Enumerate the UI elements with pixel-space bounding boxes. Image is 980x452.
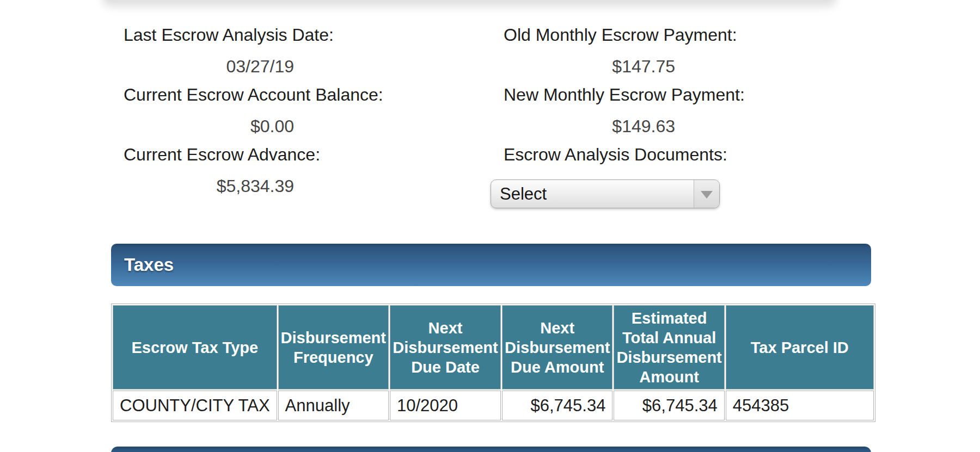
- cell-next-disbursement-due-date: 10/2020: [390, 391, 501, 420]
- taxes-table-header-row: Escrow Tax Type Disbursement Frequency N…: [113, 305, 874, 389]
- next-section-header-partial: [111, 447, 871, 452]
- col-header-next-disbursement-due-date: Next Disbursement Due Date: [390, 305, 501, 389]
- table-row: COUNTY/CITY TAX Annually 10/2020 $6,745.…: [113, 391, 874, 420]
- cell-escrow-tax-type: COUNTY/CITY TAX: [113, 391, 277, 420]
- taxes-table: Escrow Tax Type Disbursement Frequency N…: [111, 304, 875, 422]
- col-header-next-disbursement-due-amount: Next Disbursement Due Amount: [502, 305, 612, 389]
- previous-section-shadow: [102, 0, 836, 7]
- chevron-down-icon: [694, 180, 719, 208]
- col-header-escrow-tax-type: Escrow Tax Type: [113, 305, 277, 389]
- cell-next-disbursement-due-amount: $6,745.34: [502, 391, 612, 420]
- escrow-analysis-documents-select[interactable]: Select: [491, 179, 720, 208]
- current-escrow-advance-label: Current Escrow Advance:: [124, 144, 483, 165]
- escrow-details-page: Last Escrow Analysis Date: 03/27/19 Curr…: [0, 0, 980, 452]
- new-monthly-escrow-payment-value: $149.63: [504, 116, 675, 137]
- current-escrow-account-balance-label: Current Escrow Account Balance:: [124, 84, 483, 105]
- cell-tax-parcel-id: 454385: [726, 391, 874, 420]
- col-header-disbursement-frequency: Disbursement Frequency: [278, 305, 389, 389]
- col-header-tax-parcel-id: Tax Parcel ID: [726, 305, 874, 389]
- taxes-section-header: Taxes: [111, 244, 871, 286]
- last-escrow-analysis-date-label: Last Escrow Analysis Date:: [124, 24, 483, 45]
- cell-disbursement-frequency: Annually: [278, 391, 389, 420]
- old-monthly-escrow-payment-value: $147.75: [504, 56, 675, 77]
- current-escrow-advance-value: $5,834.39: [124, 176, 294, 196]
- last-escrow-analysis-date-value: 03/27/19: [124, 56, 294, 77]
- current-escrow-account-balance-value: $0.00: [124, 116, 294, 137]
- old-monthly-escrow-payment-label: Old Monthly Escrow Payment:: [504, 24, 863, 45]
- escrow-analysis-documents-label: Escrow Analysis Documents:: [504, 144, 863, 165]
- new-monthly-escrow-payment-label: New Monthly Escrow Payment:: [504, 84, 863, 105]
- col-header-estimated-total-annual-disbursement-amount: Estimated Total Annual Disbursement Amou…: [614, 305, 724, 389]
- cell-estimated-total-annual-disbursement-amount: $6,745.34: [614, 391, 724, 420]
- taxes-section-title: Taxes: [111, 255, 174, 275]
- escrow-analysis-documents-select-value: Select: [491, 184, 694, 204]
